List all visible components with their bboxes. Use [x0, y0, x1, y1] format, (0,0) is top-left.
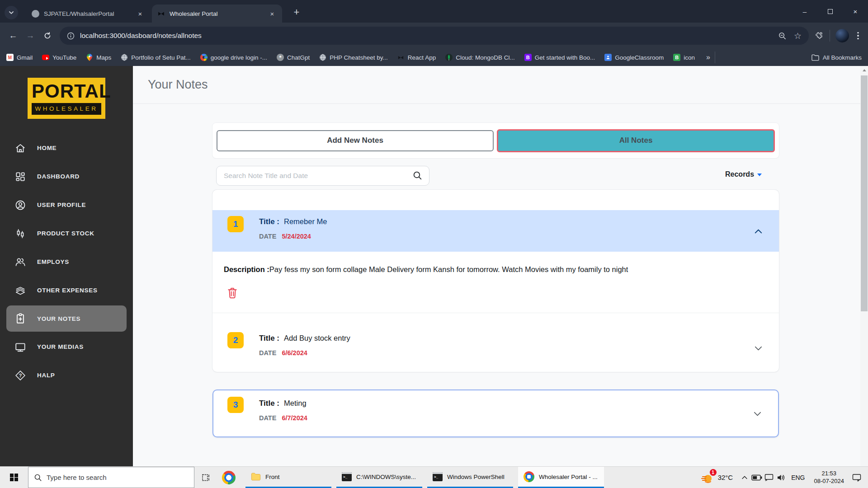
- chevron-down-icon[interactable]: [752, 408, 763, 419]
- cast-button[interactable]: [763, 474, 775, 482]
- globe-icon: [121, 54, 128, 61]
- tab-close-icon[interactable]: ×: [136, 9, 145, 18]
- minimize-button[interactable]: –: [792, 0, 817, 23]
- bookmark-maps[interactable]: Maps: [86, 54, 111, 61]
- github-icon: [32, 10, 39, 18]
- reload-button[interactable]: [39, 27, 56, 44]
- chrome-launcher-button[interactable]: [217, 467, 241, 488]
- url-text[interactable]: localhost:3000/dasboard/notes/allnotes: [80, 32, 771, 40]
- profile-avatar[interactable]: [835, 29, 849, 42]
- sidebar-item-product-stock[interactable]: PRODUCT STOCK: [0, 219, 133, 248]
- back-button[interactable]: ←: [5, 27, 22, 44]
- bookmark-chatgpt[interactable]: *ChatGpt: [277, 54, 310, 61]
- bookmark-mongodb[interactable]: Cloud: MongoDB Cl...: [445, 54, 515, 61]
- action-center-button[interactable]: [849, 473, 864, 482]
- battery-button[interactable]: [750, 474, 763, 481]
- bookmark-icon-site[interactable]: Bicon: [673, 54, 695, 61]
- toolbar-divider: [830, 30, 830, 42]
- search-input[interactable]: [216, 166, 429, 186]
- chevron-up-icon[interactable]: [753, 226, 764, 237]
- scrollbar-thumb[interactable]: [861, 75, 868, 311]
- all-notes-button[interactable]: All Notes: [497, 129, 775, 152]
- language-indicator[interactable]: ENG: [791, 474, 805, 481]
- extensions-icon[interactable]: [814, 31, 824, 41]
- bookmarks-bar: MGmail YouTube Maps Portfolio of Setu Pa…: [0, 49, 868, 66]
- scrollbar-up-arrow[interactable]: [860, 66, 868, 75]
- note-2-header[interactable]: 2 Title : Add Buy stock entry DATE 6/6/2…: [212, 313, 779, 372]
- maps-pin-icon: [86, 54, 93, 61]
- volume-button[interactable]: [775, 474, 787, 482]
- maximize-button[interactable]: [817, 0, 843, 23]
- page-scrollbar[interactable]: [860, 66, 868, 466]
- sidebar-item-dashboard[interactable]: DASHBOARD: [0, 162, 133, 191]
- windows-taskbar: Front C:\WINDOWS\syste... Windows PowerS…: [0, 466, 868, 488]
- dashboard-grid-icon: [14, 171, 26, 183]
- all-bookmarks-button[interactable]: All Bookmarks: [811, 54, 862, 61]
- cast-screen-icon: [764, 474, 774, 482]
- note-1-header[interactable]: 1 Title : Remeber Me DATE 5/24/2024: [212, 210, 779, 252]
- sidebar-item-other-expenses[interactable]: OTHER EXPENSES: [0, 276, 133, 305]
- bookmark-bootstrap[interactable]: BGet started with Boo...: [524, 54, 595, 61]
- note-title: Add Buy stock entry: [284, 334, 350, 343]
- forward-button[interactable]: →: [22, 27, 39, 44]
- delete-trash-icon[interactable]: [227, 287, 238, 299]
- sidebar-item-employs[interactable]: EMPLOYS: [0, 248, 133, 276]
- bookmark-label: React App: [408, 54, 436, 61]
- sidebar-item-label: YOUR NOTES: [37, 315, 80, 322]
- note-description: Description :Pay fess my son form collag…: [224, 265, 628, 274]
- sidebar-item-user-profile[interactable]: USER PROFILE: [0, 191, 133, 219]
- bookmark-gmail[interactable]: MGmail: [6, 54, 33, 61]
- temperature-text[interactable]: 32°C: [718, 474, 733, 481]
- bookmark-label: GoogleClassroom: [615, 54, 664, 61]
- sidebar-item-halp[interactable]: ? HALP: [0, 361, 133, 389]
- tab-close-icon[interactable]: ×: [268, 9, 277, 18]
- taskbar-clock[interactable]: 21:53 08-07-2024: [814, 470, 844, 485]
- main-content: Your Notes Add New Notes All Notes Recor…: [133, 66, 860, 466]
- bookmark-php[interactable]: PHP Cheatsheet by...: [319, 54, 388, 61]
- bookmark-react-app[interactable]: React App: [397, 54, 436, 61]
- sidebar-item-home[interactable]: HOME: [0, 134, 133, 162]
- weather-icon[interactable]: 1: [700, 470, 715, 485]
- menu-dots-icon[interactable]: [854, 32, 862, 40]
- records-dropdown[interactable]: Records: [725, 170, 762, 178]
- taskbar-search[interactable]: [28, 467, 194, 488]
- bookmark-classroom[interactable]: GoogleClassroom: [604, 54, 664, 61]
- window-controls: – ×: [792, 0, 868, 23]
- sidebar-item-label: YOUR MEDIAS: [37, 343, 84, 350]
- note-3-card[interactable]: 3 Title : Meting DATE 6/7/2024: [212, 389, 779, 437]
- note-number-badge: 1: [227, 216, 244, 232]
- start-button[interactable]: [0, 467, 28, 488]
- bookmark-youtube[interactable]: YouTube: [42, 54, 76, 61]
- tray-chevron-button[interactable]: [738, 474, 750, 481]
- sidebar-item-your-medias[interactable]: YOUR MEDIAS: [0, 333, 133, 361]
- user-circle-icon: [14, 199, 26, 211]
- zoom-page-button[interactable]: [778, 32, 787, 40]
- taskbar-app-cmd[interactable]: C:\WINDOWS\syste...: [336, 467, 422, 488]
- sidebar-item-your-notes[interactable]: YOUR NOTES: [6, 305, 127, 332]
- search-icon: [34, 474, 42, 482]
- close-button[interactable]: ×: [843, 0, 868, 23]
- bookmark-label: YouTube: [52, 54, 76, 61]
- terminal-icon: [342, 472, 352, 481]
- taskbar-app-wholesaler-portal[interactable]: Wholesaler Portal - ...: [518, 467, 604, 488]
- title-label: Title :: [259, 217, 279, 226]
- address-bar[interactable]: localhost:3000/dasboard/notes/allnotes ☆: [60, 27, 809, 45]
- add-new-notes-button[interactable]: Add New Notes: [217, 130, 494, 151]
- tab-search-button[interactable]: [5, 6, 18, 19]
- note-date: 6/6/2024: [282, 349, 307, 357]
- taskbar-app-front[interactable]: Front: [245, 467, 331, 488]
- taskbar-app-powershell[interactable]: Windows PowerShell: [427, 467, 513, 488]
- taskbar-search-input[interactable]: [47, 474, 194, 481]
- bookmark-star-icon[interactable]: ☆: [794, 31, 802, 41]
- tab-github[interactable]: SJPATEL/WhalsalerPortal ×: [26, 5, 150, 23]
- bookmark-portfolio[interactable]: Portfolio of Setu Pat...: [121, 54, 190, 61]
- search-icon[interactable]: [412, 170, 423, 181]
- task-view-button[interactable]: [194, 467, 217, 488]
- site-info-icon[interactable]: [67, 32, 75, 40]
- more-bookmarks-icon[interactable]: »: [706, 53, 710, 61]
- new-tab-button[interactable]: +: [290, 6, 303, 19]
- tab-wholesaler-portal[interactable]: Wholesaler Portal ×: [152, 5, 282, 23]
- bookmark-google-drive[interactable]: google drive login -...: [200, 54, 267, 61]
- chevron-down-icon[interactable]: [753, 343, 764, 353]
- home-icon: [14, 142, 26, 154]
